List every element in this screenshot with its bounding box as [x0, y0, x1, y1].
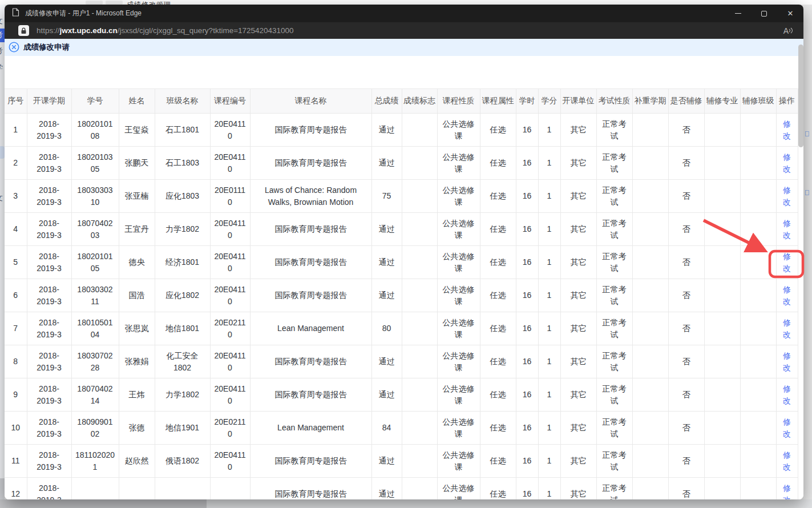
browser-urlbar[interactable]: https://jwxt.upc.edu.cn/jsxsd/cjgl/cjxgg… [5, 22, 803, 39]
site-permissions-badge[interactable] [18, 25, 29, 36]
table-cell: 16 [516, 213, 538, 246]
table-cell: 通过 [371, 345, 402, 378]
table-cell: 12 [5, 478, 27, 500]
table-cell [632, 312, 668, 345]
vertical-scrollbar[interactable] [798, 45, 803, 147]
table-cell: 20E04110 [210, 345, 250, 378]
action-cell: 修改 [776, 180, 798, 213]
table-cell: 1802010105 [71, 246, 119, 279]
column-header: 考试性质 [596, 89, 632, 114]
table-cell: 84 [371, 412, 402, 445]
modify-link[interactable]: 修改 [783, 318, 791, 339]
table-cell [704, 445, 740, 478]
table-row: 42018-2019-31807040203王宜丹力学180220E04110国… [5, 213, 798, 246]
table-cell [704, 378, 740, 412]
table-cell: 任选 [480, 412, 516, 445]
modify-link[interactable]: 修改 [783, 152, 791, 174]
background-artifact [805, 190, 809, 195]
table-cell [632, 279, 668, 312]
table-cell: 20E04110 [210, 114, 250, 147]
table-cell: 任选 [480, 279, 516, 312]
table-cell: 任选 [480, 345, 516, 378]
minimize-button[interactable] [725, 5, 751, 22]
modify-link[interactable]: 修改 [783, 186, 791, 207]
table-cell: 任选 [480, 114, 516, 147]
column-header: 操作 [776, 89, 798, 114]
table-cell: 化工安全1802 [155, 345, 210, 378]
background-glyph: 考 [0, 46, 3, 56]
modify-link[interactable]: 修改 [783, 252, 791, 273]
table-cell: 7 [5, 312, 27, 345]
modify-link[interactable]: 修改 [783, 285, 791, 306]
table-cell [704, 114, 740, 147]
table-cell: 任选 [480, 213, 516, 246]
table-cell [402, 412, 437, 445]
column-header: 成绩标志 [402, 89, 437, 114]
modify-link[interactable]: 修改 [783, 483, 791, 500]
modify-link[interactable]: 修改 [783, 119, 791, 140]
table-cell: 20E02110 [210, 312, 250, 345]
table-cell [71, 478, 119, 500]
table-cell: 通过 [371, 213, 402, 246]
action-cell: 修改 [776, 246, 798, 279]
table-cell: 正常考试 [596, 147, 632, 180]
background-sidebar-edge: 文考考学文 [0, 5, 5, 508]
table-cell: 否 [668, 147, 704, 180]
table-cell: 1802010305 [71, 147, 119, 180]
action-cell: 修改 [776, 147, 798, 180]
modify-link[interactable]: 修改 [783, 417, 791, 438]
table-cell: 1807040214 [71, 378, 119, 412]
background-artifact [805, 131, 809, 136]
table-cell: 其它 [560, 147, 596, 180]
table-cell: 16 [516, 279, 538, 312]
table-cell: 1 [538, 378, 560, 412]
table-cell: 通过 [371, 378, 402, 412]
table-cell: 公共选修课 [437, 213, 480, 246]
table-cell: 力学1802 [155, 378, 210, 412]
close-page-icon[interactable] [9, 42, 19, 53]
table-cell: 张鹏天 [119, 147, 155, 180]
table-cell: 11 [5, 445, 27, 478]
background-window-top: 成绩修改管理 [0, 0, 812, 5]
table-cell: 2018-2019-3 [27, 213, 71, 246]
action-cell: 修改 [776, 478, 798, 500]
close-button[interactable]: ✕ [777, 5, 803, 22]
read-aloud-button[interactable]: A [783, 27, 793, 35]
table-cell: Laws of Chance: Random Walks, Brownian M… [250, 180, 371, 213]
background-artifact [86, 1, 103, 5]
table-cell: 其它 [560, 378, 596, 412]
table-cell: 20E01110 [210, 180, 250, 213]
column-header: 姓名 [119, 89, 155, 114]
maximize-button[interactable] [751, 5, 777, 22]
background-glyph: 考 [0, 30, 3, 40]
table-cell: 75 [371, 180, 402, 213]
address-url[interactable]: https://jwxt.upc.edu.cn/jsxsd/cjgl/cjxgg… [37, 26, 294, 35]
table-cell [402, 147, 437, 180]
table-cell: 正常考试 [596, 312, 632, 345]
table-cell: 任选 [480, 378, 516, 412]
table-row: 112018-2019-31811020201赵欣然俄语180220E04110… [5, 445, 798, 478]
table-cell [210, 478, 250, 500]
table-cell [740, 246, 776, 279]
table-cell [402, 180, 437, 213]
table-cell: 1 [538, 412, 560, 445]
table-cell: 任选 [480, 478, 516, 500]
table-cell: 王炜 [119, 378, 155, 412]
table-cell: 1803030310 [71, 180, 119, 213]
modify-link[interactable]: 修改 [783, 219, 791, 240]
modify-link[interactable]: 修改 [783, 351, 791, 372]
table-cell: 德央 [119, 246, 155, 279]
table-row: 92018-2019-31807040214王炜力学180220E04110国际… [5, 378, 798, 412]
modify-link[interactable]: 修改 [783, 384, 791, 405]
column-header: 开课学期 [27, 89, 71, 114]
browser-titlebar[interactable]: 成绩修改申请 - 用户1 - Microsoft Edge ✕ [5, 5, 803, 22]
column-header: 总成绩 [371, 89, 402, 114]
table-cell: 20E04110 [210, 445, 250, 478]
column-header: 学分 [538, 89, 560, 114]
table-cell: 16 [516, 147, 538, 180]
table-cell: 8 [5, 345, 27, 378]
table-cell: 16 [516, 478, 538, 500]
table-cell: Lean Management [250, 412, 371, 445]
modify-link[interactable]: 修改 [783, 450, 791, 471]
table-cell: 国际教育周专题报告 [250, 279, 371, 312]
